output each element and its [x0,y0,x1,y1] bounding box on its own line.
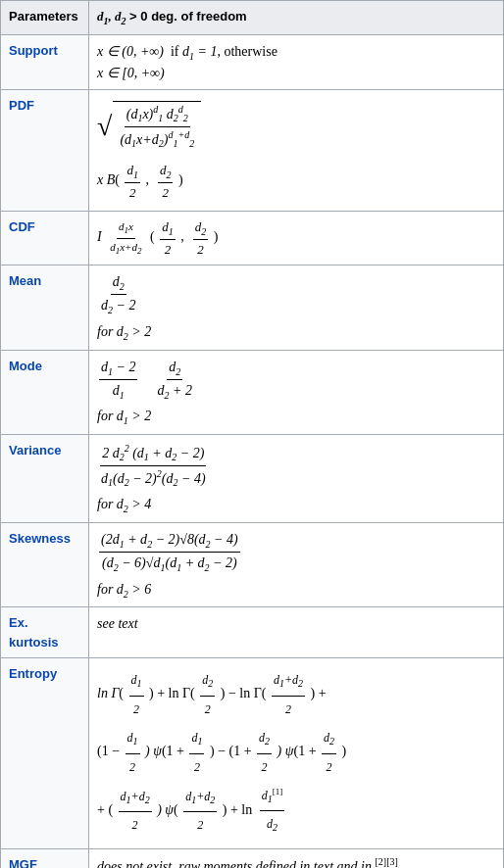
row-pdf: PDF √ (d1x)d1 d2d2 (d1x+d2)d1+d2 x B( d1 [1,90,504,212]
row-ex-kurtosis: Ex.kurtosis see text [1,607,504,658]
label-variance: Variance [1,435,89,523]
header-col2: d1, d2 > 0 deg. of freedom [89,1,504,35]
row-entropy: Entropy ln Γ( d12 ) + ln Γ( d22 ) − ln Γ… [1,658,504,848]
label-mean: Mean [1,265,89,350]
label-ex-kurtosis: Ex.kurtosis [1,607,89,658]
header-row: Parameters d1, d2 > 0 deg. of freedom [1,1,504,35]
label-support: Support [1,34,89,90]
value-variance: 2 d22 (d1 + d2 − 2) d1(d2 − 2)2(d2 − 4) … [89,435,504,523]
statistics-table: Parameters d1, d2 > 0 deg. of freedom Su… [0,0,504,868]
value-mgf: does not exist, raw moments defined in t… [89,848,504,868]
value-skewness: (2d1 + d2 − 2)√8(d2 − 4) (d2 − 6)√d1(d1 … [89,522,504,606]
value-entropy: ln Γ( d12 ) + ln Γ( d22 ) − ln Γ( d1+d22… [89,658,504,848]
label-pdf: PDF [1,90,89,212]
row-cdf: CDF I d1x d1x+d2 ( d1 2 , d2 2 ) [1,212,504,265]
value-mode: d1 − 2 d1 d2 d2 + 2 for d1 > 2 [89,350,504,434]
row-mean: Mean d2 d2 − 2 for d2 > 2 [1,265,504,350]
label-mgf: MGF [1,848,89,868]
row-mode: Mode d1 − 2 d1 d2 d2 + 2 for d1 > 2 [1,350,504,434]
label-entropy: Entropy [1,658,89,848]
row-skewness: Skewness (2d1 + d2 − 2)√8(d2 − 4) (d2 − … [1,522,504,606]
label-skewness: Skewness [1,522,89,606]
label-mode: Mode [1,350,89,434]
header-col1: Parameters [1,1,89,35]
value-pdf: √ (d1x)d1 d2d2 (d1x+d2)d1+d2 x B( d1 2 , [89,90,504,212]
value-ex-kurtosis: see text [89,607,504,658]
value-support: x ∈ (0, +∞) if d1 = 1, otherwise x ∈ [0,… [89,34,504,90]
row-variance: Variance 2 d22 (d1 + d2 − 2) d1(d2 − 2)2… [1,435,504,523]
value-cdf: I d1x d1x+d2 ( d1 2 , d2 2 ) [89,212,504,265]
value-mean: d2 d2 − 2 for d2 > 2 [89,265,504,350]
row-support: Support x ∈ (0, +∞) if d1 = 1, otherwise… [1,34,504,90]
row-mgf: MGF does not exist, raw moments defined … [1,848,504,868]
label-cdf: CDF [1,212,89,265]
